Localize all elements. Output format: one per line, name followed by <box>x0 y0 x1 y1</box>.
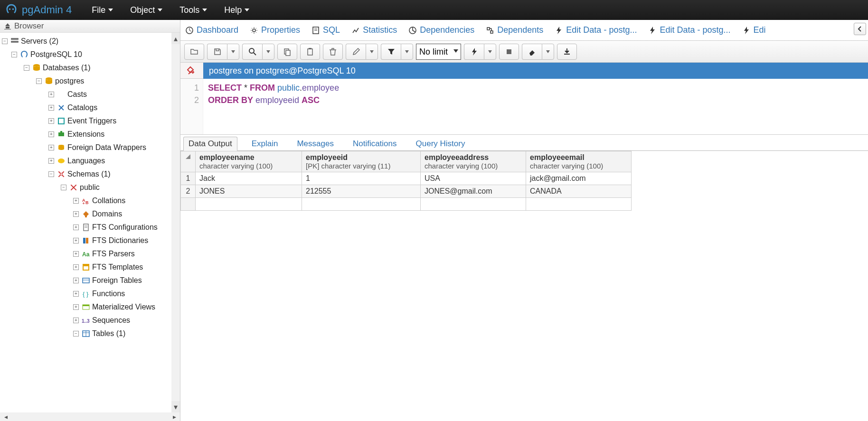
output-tab[interactable]: Query History <box>411 137 470 150</box>
table-row[interactable]: 1Jack1USAjack@gmail.com <box>181 172 632 185</box>
execute-button[interactable] <box>464 44 484 60</box>
expand-icon[interactable]: + <box>48 131 54 137</box>
save-button[interactable] <box>207 44 227 60</box>
output-tab[interactable]: Explain <box>247 137 283 150</box>
expand-icon[interactable]: + <box>48 118 54 124</box>
edit-button[interactable] <box>346 44 366 60</box>
menu-file[interactable]: File <box>83 5 122 15</box>
stop-button[interactable] <box>499 44 519 60</box>
main-tab[interactable]: Statistics <box>349 25 399 35</box>
edit-dropdown[interactable] <box>366 44 378 60</box>
tree-schemas[interactable]: − Schemas (1) <box>2 168 180 181</box>
sql-editor[interactable]: 1 2 SELECT * FROM public.employeeORDER B… <box>180 79 868 135</box>
download-button[interactable] <box>557 44 577 60</box>
filter-button[interactable] <box>381 44 401 60</box>
collapse-icon[interactable]: − <box>61 185 66 190</box>
output-tab[interactable]: Messages <box>292 137 338 150</box>
expand-icon[interactable]: + <box>48 92 54 97</box>
tree-schema-public[interactable]: − public <box>2 181 180 194</box>
scroll-left-icon[interactable]: ◂ <box>0 412 11 421</box>
cell[interactable]: JONES@gmail.com <box>421 185 526 198</box>
collapse-icon[interactable]: − <box>11 52 17 57</box>
find-dropdown[interactable] <box>262 44 274 60</box>
code-area[interactable]: SELECT * FROM public.employeeORDER BY em… <box>203 79 344 134</box>
cell[interactable] <box>421 198 526 211</box>
cell[interactable] <box>302 198 421 211</box>
main-tab[interactable]: Edit Data - postg... <box>646 25 732 35</box>
tree-server[interactable]: − PostgreSQL 10 <box>2 48 180 61</box>
execute-dropdown[interactable] <box>484 44 496 60</box>
tree-node[interactable]: +Domains <box>2 207 180 221</box>
collapse-icon[interactable]: − <box>48 171 54 177</box>
clear-dropdown[interactable] <box>542 44 554 60</box>
tree-node[interactable]: +FTS Dictionaries <box>2 234 180 247</box>
pin-button[interactable] <box>180 63 203 79</box>
expand-icon[interactable]: + <box>73 304 79 310</box>
tree-node[interactable]: +Event Triggers <box>2 114 180 128</box>
column-header[interactable]: employeeaddresscharacter varying (100) <box>421 151 526 172</box>
collapse-icon[interactable]: − <box>2 38 8 44</box>
expand-icon[interactable]: + <box>73 238 79 243</box>
cell[interactable]: USA <box>421 172 526 185</box>
tree-node[interactable]: +Extensions <box>2 128 180 141</box>
tree-node[interactable]: +Materialized Views <box>2 300 180 314</box>
main-tab[interactable]: Edi <box>740 25 768 35</box>
tree-node[interactable]: +Catalogs <box>2 101 180 114</box>
expand-icon[interactable]: + <box>73 318 79 323</box>
tree-node[interactable]: +Foreign Data Wrappers <box>2 141 180 154</box>
collapse-icon[interactable]: − <box>73 331 79 337</box>
scroll-up-icon[interactable]: ▴ <box>171 33 180 44</box>
clear-button[interactable] <box>522 44 542 60</box>
expand-icon[interactable]: + <box>73 225 79 230</box>
main-tab[interactable]: Dashboard <box>183 25 240 35</box>
object-tree[interactable]: − Servers (2) − PostgreSQL 10 − Database… <box>0 33 180 412</box>
main-tab[interactable]: SQL <box>310 25 342 35</box>
sidebar-hscrollbar[interactable]: ◂ ▸ <box>0 412 180 421</box>
expand-icon[interactable]: + <box>48 105 54 111</box>
collapse-icon[interactable]: − <box>24 65 29 71</box>
cell[interactable]: CANADA <box>526 185 632 198</box>
tabs-scroll-left-button[interactable] <box>854 23 866 35</box>
scroll-right-icon[interactable]: ▸ <box>169 412 180 421</box>
main-tab[interactable]: Dependents <box>484 25 545 35</box>
tree-tables[interactable]: − Tables (1) <box>2 327 180 340</box>
cell[interactable]: 1 <box>302 172 421 185</box>
menu-object[interactable]: Object <box>122 5 171 15</box>
main-tab[interactable]: Dependencies <box>406 25 476 35</box>
tree-databases[interactable]: − Databases (1) <box>2 61 180 75</box>
expand-icon[interactable]: + <box>73 291 79 297</box>
menu-tools[interactable]: Tools <box>171 5 216 15</box>
column-header[interactable]: employeeid[PK] character varying (11) <box>302 151 421 172</box>
save-dropdown[interactable] <box>227 44 239 60</box>
tree-node[interactable]: +Foreign Tables <box>2 274 180 287</box>
expand-icon[interactable]: + <box>48 158 54 164</box>
output-tab[interactable]: Notifications <box>348 137 402 150</box>
tree-node[interactable]: +1..3Sequences <box>2 314 180 327</box>
filter-dropdown[interactable] <box>401 44 413 60</box>
scroll-down-icon[interactable]: ▾ <box>171 401 180 412</box>
table-row-empty[interactable] <box>181 198 632 211</box>
cell[interactable] <box>526 198 632 211</box>
main-tab[interactable]: Properties <box>248 25 302 35</box>
column-header[interactable]: employeenamecharacter varying (100) <box>196 151 302 172</box>
column-header[interactable]: employeeemailcharacter varying (100) <box>526 151 632 172</box>
output-tab[interactable]: Data Output <box>183 137 237 151</box>
tree-servers[interactable]: − Servers (2) <box>2 35 180 48</box>
find-button[interactable] <box>242 44 262 60</box>
row-limit-select[interactable]: No limit <box>416 44 461 60</box>
tree-node[interactable]: +Languages <box>2 154 180 168</box>
cell[interactable]: jack@gmail.com <box>526 172 632 185</box>
main-tab[interactable]: Edit Data - postg... <box>553 25 639 35</box>
expand-icon[interactable]: + <box>73 278 79 283</box>
expand-icon[interactable]: + <box>48 145 54 150</box>
expand-icon[interactable]: + <box>73 211 79 217</box>
tree-node[interactable]: +ABCollations <box>2 194 180 207</box>
copy-button[interactable] <box>277 44 297 60</box>
collapse-icon[interactable]: − <box>36 78 42 84</box>
tree-node[interactable]: +{ }Functions <box>2 287 180 300</box>
tree-node[interactable]: +AaFTS Parsers <box>2 247 180 261</box>
table-row[interactable]: 2JONES212555JONES@gmail.comCANADA <box>181 185 632 198</box>
delete-button[interactable] <box>323 44 343 60</box>
sidebar-scrollbar[interactable]: ▴ ▾ <box>171 44 180 401</box>
cell[interactable]: JONES <box>196 185 302 198</box>
